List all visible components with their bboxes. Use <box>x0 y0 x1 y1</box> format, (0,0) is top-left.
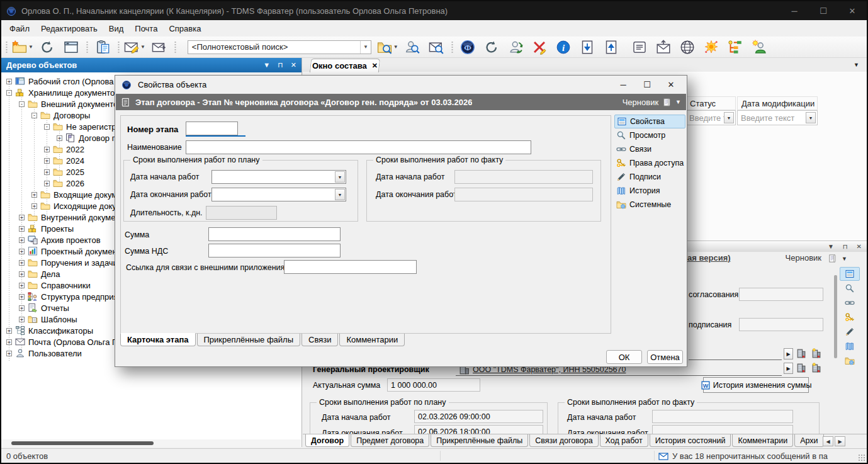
stage-number-input[interactable] <box>186 122 238 135</box>
dialog-menu-системные[interactable]: Системные <box>614 198 685 212</box>
input-soglasovaniya[interactable] <box>739 288 823 301</box>
tree-item-входящие-докум[interactable]: +Входящие докум <box>31 189 117 200</box>
expand-icon[interactable]: + <box>6 339 12 345</box>
dock-tab-предмет-договора[interactable]: Предмет договора <box>351 434 429 447</box>
dialog-menu-подписи[interactable]: Подписи <box>614 170 685 184</box>
clipboard-button[interactable] <box>93 38 113 57</box>
input-podpisaniya[interactable] <box>739 318 823 331</box>
dialog-menu-свойства[interactable]: Свойства <box>614 115 685 128</box>
tree-item-хранилище-документов[interactable]: -Хранилище документов <box>6 87 119 98</box>
building-icon[interactable] <box>796 362 807 373</box>
column-filter-status[interactable]: Введите тек▼ <box>685 110 736 125</box>
tree-item-архив-проектов[interactable]: +Архив проектов <box>19 234 101 246</box>
picker-arrow-button[interactable]: ▶ <box>784 348 793 359</box>
tree-item-2024[interactable]: +2024 <box>44 155 84 166</box>
dialog-menu-история[interactable]: История <box>614 184 685 198</box>
plan-start-combo[interactable]: ▼ <box>211 170 346 184</box>
version-link[interactable]: ая версия) <box>687 253 731 263</box>
tree-item-поручения-и-задачи[interactable]: +Поручения и задачи <box>19 257 118 268</box>
actual-sum-value[interactable]: 1 000 000.00 <box>387 378 480 392</box>
status-message[interactable]: У вас 18 непрочитанных сообщений в па <box>672 451 858 461</box>
strip-sysfolder-button[interactable] <box>840 354 860 368</box>
expand-icon[interactable]: + <box>19 305 25 311</box>
dock-tab-история-состояний[interactable]: История состояний <box>650 434 731 447</box>
strip-books-button[interactable] <box>840 339 860 353</box>
tree-item-отчеты[interactable]: +Отчеты <box>19 302 69 314</box>
mail-forward-button[interactable] <box>149 38 169 57</box>
refresh-button[interactable] <box>482 38 502 57</box>
tree-item-2025[interactable]: +2025 <box>44 166 84 178</box>
column-filter-date-modified[interactable]: Введите текст▼ <box>737 110 818 125</box>
user-sync-button[interactable] <box>505 38 526 57</box>
tree-item-2026[interactable]: +2026 <box>44 178 84 189</box>
collapse-icon[interactable]: - <box>31 113 37 118</box>
tab-okno-sostava[interactable]: Окно состава✕ <box>310 59 380 72</box>
strip-magnifier-button[interactable] <box>840 281 860 295</box>
collapse-icon[interactable]: - <box>19 101 25 107</box>
delete-edit-button[interactable] <box>529 38 550 57</box>
expand-icon[interactable]: + <box>19 215 25 220</box>
cancel-button[interactable]: Отмена <box>647 350 683 364</box>
search-dropdown-icon[interactable]: ▼ <box>360 41 371 54</box>
minimize-button[interactable]: ─ <box>780 1 809 20</box>
menu-Почта[interactable]: Почта <box>129 21 163 36</box>
dialog-menu-права-доступа[interactable]: Права доступа <box>614 156 685 170</box>
tree-item-проекты[interactable]: +Проекты <box>19 223 74 234</box>
name-input[interactable] <box>186 140 531 154</box>
dock-tab-договор[interactable]: Договор <box>305 434 349 447</box>
tree-dropdown-icon[interactable]: ▼ <box>263 61 270 69</box>
sum-history-button[interactable]: W История изменения суммы <box>703 377 809 393</box>
new-folder-button[interactable]: ▼ <box>12 38 33 57</box>
mail-notification-icon[interactable] <box>658 451 668 461</box>
strip-pen-button[interactable] <box>840 325 860 339</box>
org-tree-button[interactable] <box>725 38 745 57</box>
dialog-maximize-button[interactable]: ☐ <box>635 76 659 94</box>
dock-vertical-scrollbar[interactable] <box>834 275 837 358</box>
mail-edit-button[interactable]: ▼ <box>124 38 145 57</box>
expand-icon[interactable]: + <box>44 147 50 152</box>
dock-pin-icon[interactable]: ⊓ <box>843 243 848 250</box>
dialog-close-button[interactable]: ✕ <box>659 76 683 94</box>
collapse-icon[interactable]: - <box>6 90 12 96</box>
expand-icon[interactable]: + <box>19 249 25 254</box>
dialog-minimize-button[interactable]: ─ <box>611 76 635 94</box>
tree-horizontal-scrollbar[interactable] <box>1 439 301 447</box>
tree-item-договоры[interactable]: -Договоры <box>31 110 90 121</box>
folder-search-button[interactable]: ▼ <box>377 38 398 57</box>
expand-icon[interactable]: + <box>6 79 12 84</box>
expand-icon[interactable]: + <box>57 135 62 141</box>
fact-start-input[interactable] <box>652 410 793 423</box>
fact-end-input[interactable] <box>652 425 793 434</box>
dialog-menu-просмотр[interactable]: Просмотр <box>614 128 685 142</box>
doc-down-button[interactable] <box>577 38 597 57</box>
doc-up-button[interactable] <box>601 38 621 57</box>
fulltext-search-combo[interactable]: <Полнотекстовый поиск>▼ <box>188 40 371 54</box>
dialog-menu-связи[interactable]: Связи <box>614 142 685 156</box>
tree-item-не-зарегистри[interactable]: -Не зарегистри <box>44 121 121 132</box>
doc-lines-button[interactable] <box>629 38 650 57</box>
expand-icon[interactable]: + <box>44 181 50 186</box>
tree-close-icon[interactable]: ✕ <box>291 61 296 69</box>
building-add-icon[interactable] <box>811 348 822 359</box>
tab-close-icon[interactable]: ✕ <box>372 62 378 70</box>
expand-icon[interactable]: + <box>44 169 50 175</box>
mail-search-button[interactable] <box>426 38 446 57</box>
tree-item-2022[interactable]: +2022 <box>44 144 84 155</box>
dock-tab-комментарии[interactable]: Комментарии <box>732 434 793 447</box>
expand-icon[interactable]: + <box>19 260 25 266</box>
external-link-input[interactable] <box>284 260 417 274</box>
plan-start-input[interactable]: 02.03.2026 09:00:00 <box>414 410 543 423</box>
column-header-status[interactable]: Статус <box>685 96 736 110</box>
status-scroll-icon[interactable] <box>828 252 837 264</box>
dialog-tab-карточка-этапа[interactable]: Карточка этапа <box>120 333 196 346</box>
tree-item-внутренний-докумен[interactable]: +Внутренний докумен <box>19 212 120 223</box>
dock-close-icon[interactable]: ✕ <box>857 243 862 250</box>
info-button[interactable]: i <box>553 38 573 57</box>
window-button[interactable] <box>61 38 81 57</box>
sphere-button[interactable]: Ф <box>458 38 478 57</box>
dialog-tab-комментарии[interactable]: Комментарии <box>339 334 405 346</box>
plan-end-input[interactable]: 02.06.2026 18:00:00 <box>414 425 543 434</box>
sum-input[interactable] <box>208 227 341 241</box>
dock-tab-прикреплённые-файлы[interactable]: Прикреплённые файлы <box>431 434 528 447</box>
dialog-tab-связи[interactable]: Связи <box>302 334 338 346</box>
